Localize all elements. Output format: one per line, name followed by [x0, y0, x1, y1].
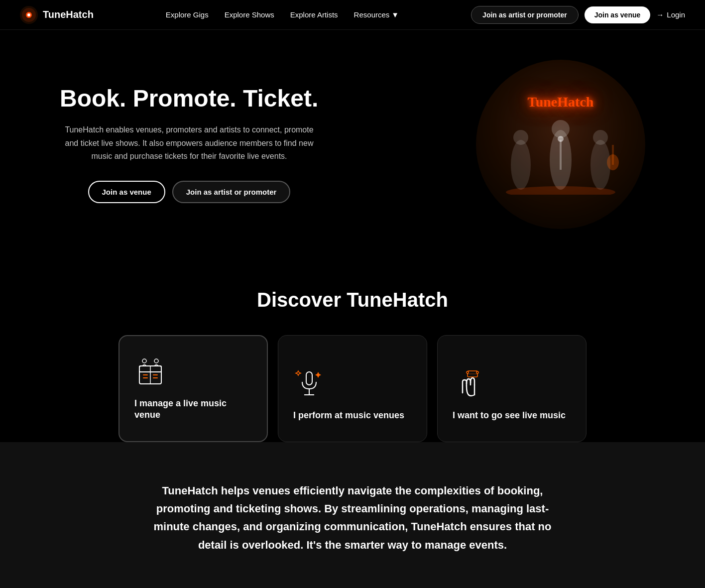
- svg-rect-20: [306, 372, 312, 385]
- explore-gigs-link[interactable]: Explore Gigs: [166, 10, 209, 19]
- svg-point-3: [27, 13, 30, 16]
- hero-buttons: Join as venue Join as artist or promoter: [60, 181, 319, 203]
- venue-card-label: I manage a live music venue: [134, 398, 252, 421]
- audience-card-label: I want to go see live music: [453, 410, 566, 421]
- hero-description: TuneHatch enables venues, promoters and …: [60, 123, 319, 163]
- venue-icon: [134, 356, 166, 388]
- svg-point-18: [142, 359, 146, 363]
- audience-icon: [453, 368, 484, 400]
- discover-title: Discover TuneHatch: [40, 289, 665, 311]
- svg-point-5: [513, 130, 528, 145]
- logo-icon: [20, 6, 38, 24]
- logo-text: TuneHatch: [43, 9, 94, 20]
- navbar: TuneHatch Explore Gigs Explore Shows Exp…: [0, 0, 705, 30]
- join-venue-button-nav[interactable]: Join as venue: [585, 6, 651, 23]
- svg-point-4: [511, 140, 531, 190]
- svg-rect-12: [560, 140, 562, 170]
- join-venue-button-hero[interactable]: Join as venue: [88, 181, 165, 203]
- resources-link[interactable]: Resources ▼: [354, 10, 399, 19]
- logo-link[interactable]: TuneHatch: [20, 6, 94, 24]
- svg-point-9: [593, 130, 608, 145]
- nav-actions: Join as artist or promoter Join as venue…: [471, 6, 685, 24]
- neon-sign: TuneHatch: [528, 94, 594, 110]
- login-link[interactable]: → Login: [656, 10, 685, 19]
- discover-section: Discover TuneHatch I manage a live music…: [0, 259, 705, 442]
- artist-card-label: I perform at music venues: [293, 410, 404, 421]
- svg-point-13: [558, 136, 564, 142]
- artist-icon: [293, 368, 325, 400]
- hero-image: TuneHatch: [476, 60, 645, 229]
- artist-card[interactable]: I perform at music venues: [278, 335, 427, 442]
- svg-point-26: [476, 371, 478, 373]
- svg-rect-11: [612, 145, 614, 165]
- hero-title: Book. Promote. Ticket.: [60, 86, 319, 112]
- svg-point-19: [154, 359, 158, 363]
- nav-links: Explore Gigs Explore Shows Explore Artis…: [166, 10, 399, 19]
- svg-point-25: [467, 371, 469, 373]
- explore-shows-link[interactable]: Explore Shows: [225, 10, 274, 19]
- hero-left: Book. Promote. Ticket. TuneHatch enables…: [60, 86, 319, 204]
- hero-image-placeholder: TuneHatch: [476, 60, 645, 229]
- svg-point-7: [552, 120, 570, 138]
- cards-row: I manage a live music venue I perform at…: [40, 335, 665, 442]
- join-artist-button-hero[interactable]: Join as artist or promoter: [172, 181, 291, 203]
- login-icon: →: [656, 10, 664, 19]
- nav-item-artists[interactable]: Explore Artists: [290, 10, 338, 19]
- hero-section: Book. Promote. Ticket. TuneHatch enables…: [0, 30, 705, 259]
- audience-card[interactable]: I want to go see live music: [437, 335, 587, 442]
- band-silhouette: [496, 115, 625, 195]
- nav-item-gigs[interactable]: Explore Gigs: [166, 10, 209, 19]
- bottom-section: TuneHatch helps venues efficiently navig…: [0, 442, 705, 588]
- explore-artists-link[interactable]: Explore Artists: [290, 10, 338, 19]
- chevron-down-icon: ▼: [391, 10, 399, 19]
- join-artist-button-nav[interactable]: Join as artist or promoter: [471, 6, 579, 24]
- nav-item-shows[interactable]: Explore Shows: [225, 10, 274, 19]
- nav-item-resources[interactable]: Resources ▼: [354, 10, 399, 19]
- bottom-text: TuneHatch helps venues efficiently navig…: [153, 482, 552, 554]
- venue-card[interactable]: I manage a live music venue: [118, 335, 268, 442]
